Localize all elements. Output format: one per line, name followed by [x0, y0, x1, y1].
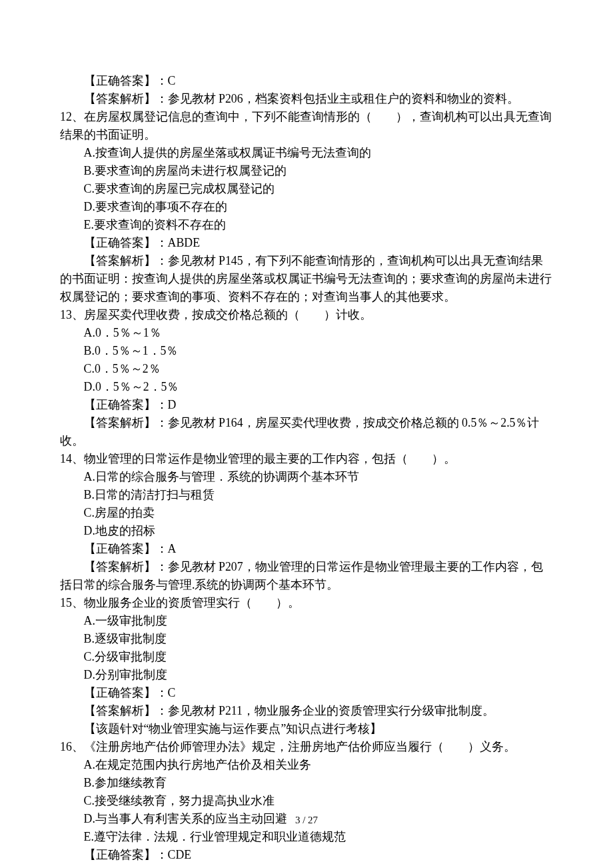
option-c: C.接受继续教育，努力提高执业水准 — [60, 792, 553, 810]
answer-analysis: 【答案解析】：参见教材 P145，有下列不能查询情形的，查询机构可以出具无查询结… — [60, 252, 553, 306]
question-stem: 14、物业管理的日常运作是物业管理的最主要的工作内容，包括（ ）。 — [60, 450, 553, 468]
answer-analysis: 【答案解析】：参见教材 P211，物业服务企业的资质管理实行分级审批制度。 — [60, 702, 553, 720]
option-e: E.要求查询的资料不存在的 — [60, 216, 553, 234]
page-number: 3 / 27 — [0, 811, 613, 829]
correct-answer: 【正确答案】：CDE — [60, 846, 553, 864]
question-15: 15、物业服务企业的资质管理实行（ ）。 A.一级审批制度 B.逐级审批制度 C… — [60, 594, 553, 738]
question-11-tail: 【正确答案】：C 【答案解析】：参见教材 P206，档案资料包括业主或租住户的资… — [60, 72, 553, 108]
answer-analysis: 【答案解析】：参见教材 P206，档案资料包括业主或租住户的资料和物业的资料。 — [60, 90, 553, 108]
correct-answer: 【正确答案】：A — [60, 540, 553, 558]
option-a: A.一级审批制度 — [60, 612, 553, 630]
option-b: B.要求查询的房屋尚未进行权属登记的 — [60, 162, 553, 180]
question-stem: 15、物业服务企业的资质管理实行（ ）。 — [60, 594, 553, 612]
option-b: B.日常的清洁打扫与租赁 — [60, 486, 553, 504]
correct-answer: 【正确答案】：D — [60, 396, 553, 414]
correct-answer: 【正确答案】：C — [60, 72, 553, 90]
option-b: B.逐级审批制度 — [60, 630, 553, 648]
question-12: 12、在房屋权属登记信息的查询中，下列不能查询情形的（ ），查询机构可以出具无查… — [60, 108, 553, 306]
option-c: C.房屋的拍卖 — [60, 504, 553, 522]
question-14: 14、物业管理的日常运作是物业管理的最主要的工作内容，包括（ ）。 A.日常的综… — [60, 450, 553, 594]
option-a: A.日常的综合服务与管理．系统的协调两个基本环节 — [60, 468, 553, 486]
question-stem: 16、《注册房地产估价师管理办法》规定，注册房地产估价师应当履行（ ）义务。 — [60, 738, 553, 756]
option-a: A.0．5％～1％ — [60, 324, 553, 342]
correct-answer: 【正确答案】：ABDE — [60, 234, 553, 252]
question-16: 16、《注册房地产估价师管理办法》规定，注册房地产估价师应当履行（ ）义务。 A… — [60, 738, 553, 864]
option-c: C.0．5％～2％ — [60, 360, 553, 378]
option-a: A.在规定范围内执行房地产估价及相关业务 — [60, 756, 553, 774]
knowledge-note: 【该题针对“物业管理实施与运作要点”知识点进行考核】 — [60, 720, 553, 738]
option-e: E.遵守法律．法规．行业管理规定和职业道德规范 — [60, 828, 553, 846]
option-d: D.0．5％～2．5％ — [60, 378, 553, 396]
option-b: B.参加继续教育 — [60, 774, 553, 792]
option-b: B.0．5％～1．5％ — [60, 342, 553, 360]
question-stem: 12、在房屋权属登记信息的查询中，下列不能查询情形的（ ），查询机构可以出具无查… — [60, 108, 553, 144]
option-c: C.分级审批制度 — [60, 648, 553, 666]
option-d: D.地皮的招标 — [60, 522, 553, 540]
option-d: D.分别审批制度 — [60, 666, 553, 684]
answer-analysis: 【答案解析】：参见教材 P164，房屋买卖代理收费，按成交价格总额的 0.5％～… — [60, 414, 553, 450]
document-page: 【正确答案】：C 【答案解析】：参见教材 P206，档案资料包括业主或租住户的资… — [0, 0, 613, 868]
correct-answer: 【正确答案】：C — [60, 684, 553, 702]
question-13: 13、房屋买卖代理收费，按成交价格总额的（ ）计收。 A.0．5％～1％ B.0… — [60, 306, 553, 450]
option-c: C.要求查询的房屋已完成权属登记的 — [60, 180, 553, 198]
option-a: A.按查询人提供的房屋坐落或权属证书编号无法查询的 — [60, 144, 553, 162]
question-stem: 13、房屋买卖代理收费，按成交价格总额的（ ）计收。 — [60, 306, 553, 324]
option-d: D.要求查询的事项不存在的 — [60, 198, 553, 216]
answer-analysis: 【答案解析】：参见教材 P207，物业管理的日常运作是物业管理最主要的工作内容，… — [60, 558, 553, 594]
